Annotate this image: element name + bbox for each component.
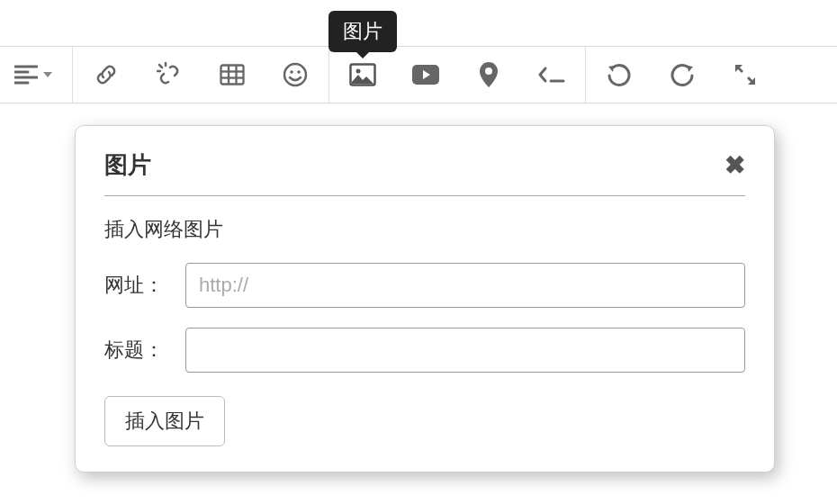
link-button[interactable] — [86, 54, 127, 95]
svg-point-13 — [290, 70, 293, 74]
redo-icon — [670, 62, 695, 87]
svg-point-14 — [297, 70, 301, 74]
table-button[interactable] — [212, 54, 253, 95]
url-label: 网址： — [104, 272, 176, 299]
code-button[interactable] — [531, 54, 572, 95]
svg-point-18 — [485, 68, 492, 75]
video-button[interactable] — [405, 54, 446, 95]
panel-subtitle: 插入网络图片 — [104, 216, 745, 243]
undo-icon — [607, 62, 632, 87]
svg-line-4 — [159, 65, 162, 68]
align-left-button[interactable] — [7, 54, 59, 95]
fullscreen-button[interactable] — [724, 54, 766, 95]
url-input[interactable] — [185, 263, 745, 308]
panel-title: 图片 — [104, 149, 151, 181]
image-icon — [349, 63, 376, 86]
undo-button[interactable] — [598, 54, 640, 95]
svg-point-12 — [284, 64, 306, 86]
unlink-button[interactable] — [148, 54, 190, 95]
toolbar-group-insert1 — [73, 47, 329, 103]
table-icon — [220, 64, 245, 86]
chevron-down-icon — [43, 72, 52, 77]
title-label: 标题： — [104, 337, 176, 364]
toolbar-group-align — [0, 47, 73, 103]
video-icon — [411, 64, 440, 86]
panel-header: 图片 ✖ — [104, 149, 745, 196]
link-icon — [94, 62, 119, 87]
image-tooltip: 图片 — [328, 11, 397, 52]
close-button[interactable]: ✖ — [724, 150, 745, 180]
redo-button[interactable] — [662, 54, 703, 95]
title-row: 标题： — [104, 328, 745, 373]
editor-toolbar: 图片 — [0, 46, 837, 104]
unlink-icon — [157, 62, 182, 87]
image-insert-panel: 图片 ✖ 插入网络图片 网址： 标题： 插入图片 — [75, 125, 775, 472]
svg-point-16 — [356, 69, 361, 74]
svg-rect-7 — [221, 66, 244, 85]
image-button[interactable]: 图片 — [342, 54, 383, 95]
toolbar-group-insert2: 图片 — [329, 47, 586, 103]
location-button[interactable] — [468, 54, 509, 95]
location-icon — [479, 61, 499, 88]
code-icon — [538, 66, 565, 84]
fullscreen-icon — [734, 63, 757, 86]
title-input[interactable] — [185, 328, 745, 373]
emoji-button[interactable] — [274, 54, 316, 95]
insert-image-button[interactable]: 插入图片 — [104, 396, 225, 446]
url-row: 网址： — [104, 263, 745, 308]
toolbar-group-actions — [586, 47, 778, 103]
emoji-icon — [283, 62, 308, 87]
